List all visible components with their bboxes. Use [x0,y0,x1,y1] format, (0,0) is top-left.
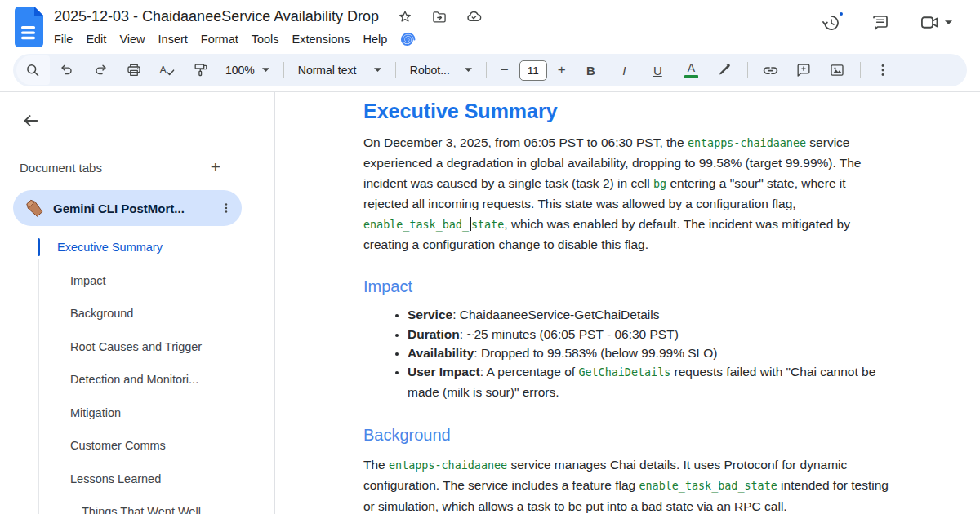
italic-button[interactable]: I [608,55,641,85]
menu-insert[interactable]: Insert [152,30,194,48]
impact-bullet-list: Service: ChaidaaneeService-GetChaiDetail… [363,305,894,401]
add-comment-button[interactable] [787,55,821,85]
document-tabs-sidebar: Document tabs + Gemini CLI PostMort... E… [0,92,275,514]
outline-item-mitigation[interactable]: Mitigation [0,397,274,430]
svg-text:A: A [160,64,167,75]
undo-button[interactable] [50,55,83,85]
menu-extensions[interactable]: Extensions [286,30,357,48]
highlighter-icon [716,62,733,78]
menu-view[interactable]: View [113,30,151,48]
coffin-emoji-icon [24,198,44,218]
back-button[interactable] [20,112,42,130]
redo-icon [92,62,109,78]
cloud-saved-icon[interactable] [466,8,483,25]
insert-image-button[interactable] [821,55,854,85]
image-icon [829,62,845,78]
font-family-select[interactable]: Robot... [402,58,480,82]
undo-icon [59,62,75,78]
bullet-service: Service: ChaidaaneeService-GetChaiDetail… [408,305,894,324]
outline-item-background[interactable]: Background [0,297,274,330]
video-call-button[interactable] [920,12,952,33]
outline-item-things-that-went-well[interactable]: Things That Went Well [0,495,274,514]
spellcheck-button[interactable]: A [150,55,184,85]
divider [860,62,861,78]
outline-item-customer-comms[interactable]: Customer Comms [0,429,274,463]
docs-logo-icon[interactable] [13,7,46,47]
tab-label: Gemini CLI PostMort... [53,202,210,215]
add-tab-button[interactable]: + [206,157,225,177]
chevron-down-icon [262,68,270,73]
kebab-menu-icon [875,62,891,78]
arrow-left-icon [20,112,42,130]
header-main: 2025-12-03 - ChaidaaneeService Availabil… [54,6,822,51]
text-color-swatch [684,75,698,78]
add-comment-icon [795,62,812,78]
link-icon [762,62,779,79]
document-page[interactable]: Executive Summary On December 3, 2025, f… [275,99,894,514]
print-button[interactable] [117,55,150,85]
toolbar-row: A 100% Normal text [0,49,980,92]
top-bar: 2025-12-03 - ChaidaaneeService Availabil… [0,0,980,49]
version-history-icon[interactable] [822,13,841,33]
search-icon [24,62,42,79]
menu-edit[interactable]: Edit [79,30,113,48]
heading-background: Background [363,424,894,445]
move-folder-icon[interactable] [431,9,448,25]
font-size-input[interactable]: 11 [519,60,547,81]
divider [395,62,396,78]
outline-item-detection-and-monitori[interactable]: Detection and Monitori... [0,363,274,397]
menu-file[interactable]: File [47,30,79,48]
paint-format-button[interactable] [184,55,217,85]
active-document-tab[interactable]: Gemini CLI PostMort... [13,190,242,226]
more-options-button[interactable] [866,55,900,85]
divider [486,62,487,78]
comments-icon[interactable] [871,13,890,33]
chevron-down-icon [945,20,952,25]
document-title[interactable]: 2025-12-03 - ChaidaaneeService Availabil… [54,8,379,25]
bullet-duration: Duration: ~25 minutes (06:05 PST - 06:30… [408,325,894,343]
increase-font-size-button[interactable]: + [550,57,574,83]
paragraph-style-select[interactable]: Normal text [290,58,390,82]
divider [747,62,748,78]
chevron-down-icon [465,68,472,73]
google-docs-app: 2025-12-03 - ChaidaaneeService Availabil… [0,0,980,514]
tabs-header: Document tabs + [20,157,274,177]
zoom-select[interactable]: 100% [217,58,278,82]
star-icon[interactable] [397,9,413,25]
paint-format-icon [193,62,209,78]
menu-tools[interactable]: Tools [245,30,286,48]
toolbar: A 100% Normal text [13,54,967,86]
bold-button[interactable]: B [574,55,608,85]
bullet-availability: Availability: Dropped to 99.583% (below … [408,343,894,362]
menu-bar: File Edit View Insert Format Tools Exten… [47,28,822,51]
gemini-spiral-icon[interactable] [399,30,417,49]
divider [283,62,284,78]
text-color-button[interactable]: A [675,55,708,85]
executive-summary-paragraph: On December 3, 2025, from 06:05 PST to 0… [363,133,894,255]
spellcheck-icon: A [158,62,176,79]
redo-button[interactable] [83,55,117,85]
chevron-down-icon [374,68,381,73]
heading-executive-summary: Executive Summary [363,99,894,123]
outline-item-executive-summary[interactable]: Executive Summary [0,231,274,264]
header-actions [822,12,952,33]
underline-button[interactable]: U [641,55,675,85]
background-paragraph: The entapps-chaidaanee service manages C… [363,455,894,514]
menu-format[interactable]: Format [194,30,245,48]
notification-dot [838,11,844,17]
outline-item-lessons-learned[interactable]: Lessons Learned [0,463,274,496]
outline-item-impact[interactable]: Impact [0,264,274,298]
document-tabs-label: Document tabs [20,161,102,175]
heading-impact: Impact [363,276,894,297]
outline-item-root-causes-and-trigger[interactable]: Root Causes and Trigger [0,330,274,364]
insert-link-button[interactable] [754,55,787,85]
highlight-color-button[interactable] [708,55,742,85]
document-outline: Executive SummaryImpactBackgroundRoot Ca… [0,231,274,514]
menu-help[interactable]: Help [357,30,394,48]
document-canvas[interactable]: Executive Summary On December 3, 2025, f… [275,92,980,514]
search-menus-button[interactable] [16,55,50,85]
decrease-font-size-button[interactable]: − [492,57,517,83]
bullet-user-impact: User Impact: A percentage of GetChaiDeta… [408,362,894,401]
tab-options-icon[interactable] [219,201,234,215]
print-icon [126,62,142,78]
